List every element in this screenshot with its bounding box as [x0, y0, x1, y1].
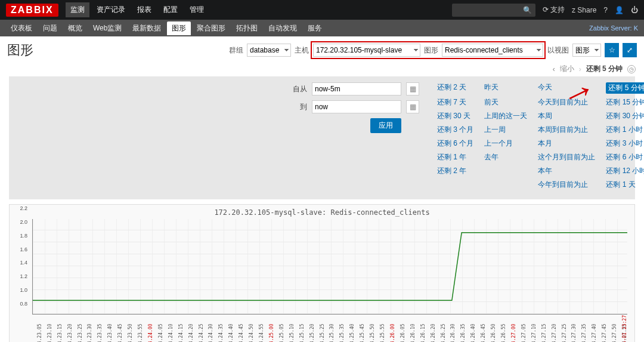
view-label: 以视图	[547, 45, 569, 56]
preset-link[interactable]: 本周	[538, 111, 595, 121]
graph-sel-label: 图形	[424, 45, 438, 56]
zoom-range[interactable]: 还剩 5 分钟	[586, 64, 623, 74]
chart-container: 172.20.32.105-mysql-slave: Redis-connect…	[9, 204, 635, 342]
sub-nav: 仪表板 问题 概览 Web监测 最新数据 图形 聚合图形 拓扑图 自动发现 服务…	[0, 20, 644, 36]
from-input[interactable]	[312, 82, 401, 95]
chart-title: 172.20.32.105-mysql-slave: Redis-connect…	[12, 208, 632, 217]
host-label: 主机	[295, 45, 309, 56]
share-link[interactable]: z Share	[572, 6, 596, 14]
zoom-bar: ‹ 缩小 › 还剩 5 分钟 ◷	[0, 61, 644, 76]
fullscreen-button[interactable]: ⤢	[623, 43, 637, 57]
sub-screens[interactable]: 聚合图形	[192, 21, 230, 35]
sub-web[interactable]: Web监测	[88, 21, 126, 35]
preset-link[interactable]: 还剩 6 个月	[437, 138, 473, 149]
time-filter: 自从 ▦ 到 ▦ 应用	[16, 82, 437, 190]
topmenu-config[interactable]: 配置	[159, 2, 182, 17]
preset-link[interactable]: 还剩 6 小时	[606, 152, 644, 162]
graph-select[interactable]: Redis-connected_clients	[442, 44, 543, 57]
annotation-arrow-1: →	[562, 85, 595, 100]
title-row: 图形 群组 database 主机 172.20.32.105-mysql-sl…	[0, 36, 644, 61]
apply-button[interactable]: 应用	[370, 118, 401, 133]
preset-link[interactable]: 还剩 3 个月	[437, 125, 473, 135]
preset-link[interactable]: 本年	[538, 166, 595, 176]
preset-link	[484, 180, 527, 190]
preset-link[interactable]: 还剩 2 年	[437, 166, 473, 176]
sub-discovery[interactable]: 自动发现	[264, 21, 302, 35]
group-label: 群组	[229, 45, 243, 56]
preset-link[interactable]: 前天	[484, 97, 527, 107]
preset-link	[437, 180, 473, 190]
sub-services[interactable]: 服务	[303, 21, 327, 35]
preset-link[interactable]: 还剩 7 天	[437, 97, 473, 107]
topmenu-admin[interactable]: 管理	[185, 2, 209, 17]
zoom-prev[interactable]: ‹	[553, 65, 555, 73]
preset-link[interactable]: 还剩 12 小时	[606, 166, 644, 176]
topbar-right: 🔍 ⟳ 支持 z Share ? 👤 ⏻	[452, 4, 638, 17]
logout-icon[interactable]: ⏻	[631, 6, 638, 14]
filter-panel: 自从 ▦ 到 ▦ 应用 还剩 2 天昨天今天还剩 5 分钟还剩 7 天前天今天到…	[9, 76, 635, 199]
preset-link[interactable]: 还剩 1 小时	[606, 125, 644, 135]
preset-link[interactable]: 还剩 3 小时	[606, 138, 644, 149]
x-axis: 05-01 23:2223.23.0023.23.0523.23.1023.23…	[32, 315, 627, 342]
clock-icon[interactable]: ◷	[627, 65, 636, 73]
page-title: 图形	[7, 41, 224, 59]
topbar: ZABBIX 监测 资产记录 报表 配置 管理 🔍 ⟳ 支持 z Share ?…	[0, 0, 644, 20]
preset-link[interactable]: 上一个月	[484, 138, 527, 149]
preset-link[interactable]: 本周到目前为止	[538, 125, 595, 135]
to-input[interactable]	[312, 100, 401, 113]
topmenu-inventory[interactable]: 资产记录	[92, 2, 130, 17]
search-input[interactable]: 🔍	[452, 4, 535, 17]
topmenu-reports[interactable]: 报表	[132, 2, 156, 17]
preset-link[interactable]: 这个月到目前为止	[538, 152, 595, 162]
preset-link	[484, 166, 527, 176]
sub-dashboard[interactable]: 仪表板	[6, 21, 37, 35]
preset-link[interactable]: 还剩 1 年	[437, 152, 473, 162]
preset-link[interactable]: 本月	[538, 138, 595, 149]
group-select[interactable]: database	[247, 44, 291, 57]
server-label: Zabbix Server: K	[589, 24, 638, 32]
from-calendar-icon[interactable]: ▦	[406, 82, 419, 95]
preset-link[interactable]: 还剩 30 天	[437, 111, 473, 121]
preset-link[interactable]: 还剩 30 分钟	[606, 111, 644, 121]
preset-link[interactable]: 今年到目前为止	[538, 180, 595, 190]
top-menu: 监测 资产记录 报表 配置 管理	[66, 2, 452, 17]
sub-menu: 仪表板 问题 概览 Web监测 最新数据 图形 聚合图形 拓扑图 自动发现 服务	[6, 21, 327, 35]
preset-link[interactable]: 上一周	[484, 125, 527, 135]
to-label: 到	[289, 102, 307, 112]
selector-row: 群组 database 主机 172.20.32.105-mysql-slave…	[229, 43, 637, 57]
chart-line	[33, 219, 627, 314]
sub-problems[interactable]: 问题	[38, 21, 62, 35]
preset-link[interactable]: 昨天	[484, 82, 527, 94]
help-icon[interactable]: ?	[603, 6, 608, 14]
preset-link[interactable]: 还剩 1 天	[606, 180, 644, 190]
from-label: 自从	[289, 84, 307, 94]
chart-plot[interactable]	[32, 219, 627, 315]
topmenu-monitor[interactable]: 监测	[66, 2, 89, 17]
preset-link[interactable]: 上周的这一天	[484, 111, 527, 121]
logo[interactable]: ZABBIX	[6, 4, 58, 17]
support-link[interactable]: ⟳ 支持	[543, 5, 565, 15]
preset-link[interactable]: 还剩 5 分钟	[606, 82, 644, 94]
sub-graphs[interactable]: 图形	[167, 21, 191, 35]
preset-link[interactable]: 还剩 15 分钟	[606, 97, 644, 107]
y-axis: 0.81.01.21.41.61.82.02.2	[12, 208, 29, 304]
preset-link[interactable]: 还剩 2 天	[437, 82, 473, 94]
sub-maps[interactable]: 拓扑图	[231, 21, 262, 35]
favorite-button[interactable]: ☆	[605, 43, 619, 57]
host-select[interactable]: 172.20.32.105-mysql-slave	[313, 44, 420, 57]
sub-overview[interactable]: 概览	[63, 21, 87, 35]
search-icon: 🔍	[523, 6, 532, 14]
view-select[interactable]: 图形	[572, 44, 601, 57]
user-icon[interactable]: 👤	[615, 6, 624, 14]
to-calendar-icon[interactable]: ▦	[406, 100, 419, 113]
preset-link[interactable]: 去年	[484, 152, 527, 162]
sub-latest[interactable]: 最新数据	[128, 21, 166, 35]
